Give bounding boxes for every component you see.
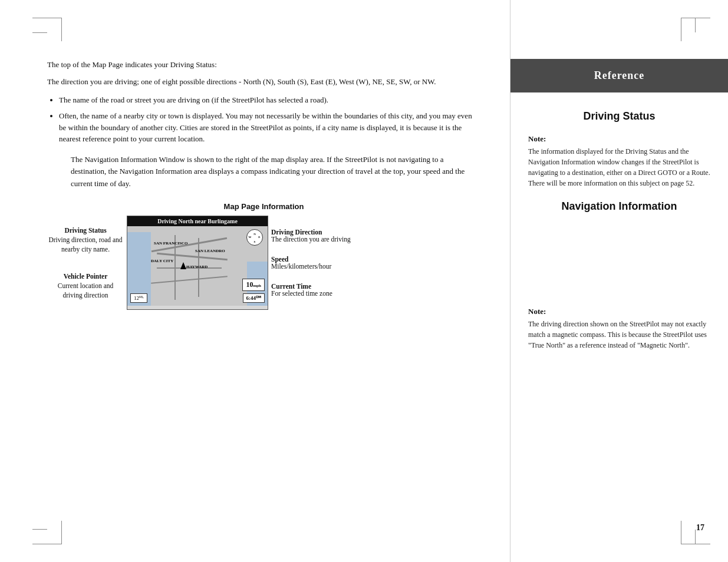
crop-mark-tl [32,18,62,41]
crop-line-top-v [695,18,696,32]
right-sidebar: Reference Driving Status Note: The infor… [510,0,728,562]
map-city-sl: SAN LEANDRO [195,249,225,253]
map-page-info-title: Map Page Information [47,202,480,211]
bullet-item-2: Often, the name of a nearby city or town… [59,110,480,145]
driving-status-label: Driving Status [47,226,124,235]
map-compass: N E S W [246,229,263,246]
svg-text:N: N [253,233,256,236]
nav-window-text: The Navigation Information Window is sho… [47,154,480,190]
map-odometer-value: 12ᴹᴸ [134,295,144,301]
page-container: The top of the Map Page indicates your D… [0,0,728,562]
map-body: SAN FRANCISCO DALY CITY SAN LEANDRO HAYW… [127,226,268,306]
note-block-1: Note: The information displayed for the … [528,134,710,189]
bullet-list: The name of the road or street you are d… [59,94,480,145]
crop-mark-bl [32,521,62,544]
vehicle-pointer-desc: Current location and driving direction [58,282,114,299]
svg-text:E: E [258,236,261,239]
map-city-dc: DALY CITY [151,259,173,263]
intro-line1: The top of the Map Page indicates your D… [47,59,480,71]
intro-line2: The direction you are driving; one of ei… [47,76,480,88]
intro-text: The top of the Map Page indicates your D… [47,59,480,88]
driving-direction-row: Driving Direction [271,229,365,236]
nav-info-title: Navigation Information [528,200,710,213]
vehicle-pointer-marker [180,262,186,269]
driving-direction-item: Driving Direction The direction you are … [271,229,365,243]
map-time-value: 6:44ᴰᴹ [246,295,262,301]
driving-status-desc: Driving direction, road and nearby city … [48,236,122,253]
current-time-desc: For selected time zone [271,290,365,297]
vehicle-pointer-label: Vehicle Pointer [47,272,124,281]
diagram-container: Driving Status Driving direction, road a… [47,216,480,310]
map-city-hw: HAYWARD [186,265,207,269]
crop-mark-tr [681,18,710,41]
map-speed-display: 10mph [242,279,265,291]
svg-text:W: W [249,236,252,239]
right-labels: Driving Direction The direction you are … [271,229,365,297]
nav-info-spacer [528,224,710,307]
bullet-item-1: The name of the road or street you are d… [59,94,480,106]
map-time-display: 6:44ᴰᴹ [243,293,265,303]
reference-band: Reference [510,59,728,92]
vehicle-pointer-label-box: Vehicle Pointer Current location and dri… [47,272,124,300]
svg-text:S: S [254,240,256,243]
sidebar-content: Driving Status Note: The information dis… [510,104,728,374]
note1-label: Note: [528,134,710,144]
note-block-2: Note: The driving direction shown on the… [528,307,710,351]
left-labels: Driving Status Driving direction, road a… [47,226,124,300]
driving-direction-desc: The direction you are driving [271,236,365,243]
map-speed-value: 10 [246,280,253,289]
reference-title: Reference [594,70,645,81]
crop-line-bottom-v [695,530,696,544]
note2-text: The driving direction shown on the Stree… [528,319,710,351]
map-image-area: Driving North near Burlingame [127,216,268,310]
crop-line-top-h [32,32,47,33]
speed-item: Speed Miles/kilometers/hour [271,256,365,270]
driving-status-label-box: Driving Status Driving direction, road a… [47,226,124,254]
map-odometer-display: 12ᴹᴸ [130,293,147,303]
speed-desc: Miles/kilometers/hour [271,263,365,270]
map-sim: SAN FRANCISCO DALY CITY SAN LEANDRO HAYW… [127,226,268,306]
crop-mark-br [681,521,710,544]
map-speed-unit: mph [253,283,261,288]
map-header-bar: Driving North near Burlingame [127,216,268,226]
speed-label: Speed [271,256,365,263]
map-city-sf: SAN FRANCISCO [154,241,187,246]
left-column: The top of the Map Page indicates your D… [0,0,510,562]
map-diagram: Map Page Information Driving Status Driv… [47,202,480,310]
driving-direction-label: Driving Direction [271,229,322,236]
driving-status-title: Driving Status [528,110,710,123]
crop-line-bottom-h [32,529,47,530]
page-number: 17 [696,523,704,533]
note2-label: Note: [528,307,710,316]
note1-text: The information displayed for the Drivin… [528,146,710,189]
current-time-label: Current Time [271,283,365,290]
current-time-item: Current Time For selected time zone [271,283,365,297]
